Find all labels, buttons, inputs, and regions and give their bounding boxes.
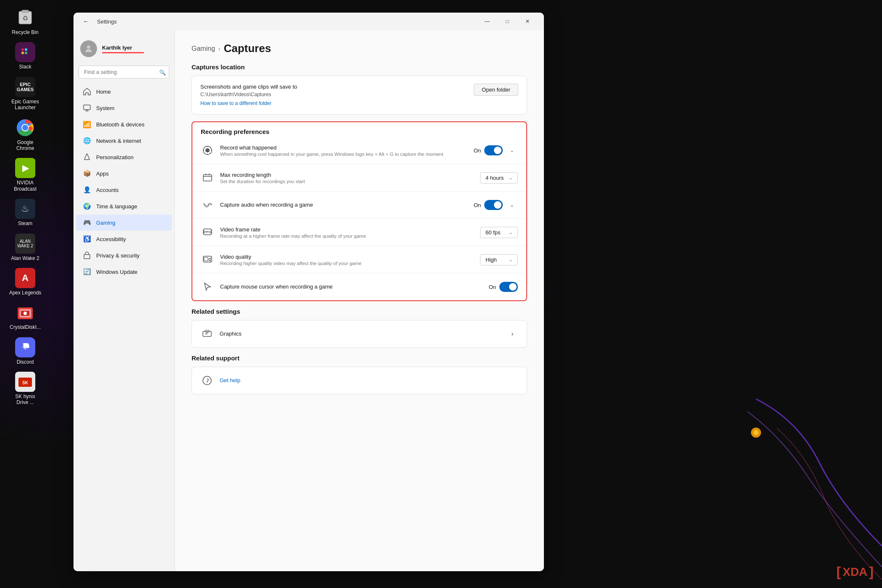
windows-update-icon: 🔄 [83, 268, 91, 276]
open-folder-button[interactable]: Open folder [474, 84, 518, 96]
time-icon: 🌍 [83, 202, 91, 210]
capture-audio-toggle-label: On [474, 202, 481, 208]
capture-audio-icon [201, 198, 214, 212]
recording-row-max-length: Max recording length Set the duration fo… [192, 164, 526, 192]
sidebar-item-gaming-label: Gaming [96, 220, 116, 226]
settings-body: Karthik Iyer 🔍 Home [74, 30, 544, 571]
svg-rect-27 [203, 230, 204, 231]
mouse-cursor-toggle[interactable] [499, 282, 518, 292]
capture-audio-toggle[interactable] [484, 200, 503, 210]
related-settings-graphics[interactable]: Graphics › [192, 320, 527, 347]
desktop-icon-slack[interactable]: Slack [2, 39, 48, 73]
sidebar-item-time[interactable]: 🌍 Time & language [76, 198, 172, 214]
video-quality-dropdown[interactable]: High ⌄ [480, 254, 518, 265]
svg-rect-24 [203, 175, 212, 181]
svg-rect-28 [211, 230, 212, 231]
steam-icon: ♨ [15, 199, 35, 219]
max-length-icon [201, 171, 214, 184]
svg-rect-21 [84, 255, 90, 259]
desktop-icon-discord[interactable]: Discord [2, 334, 48, 368]
desktop-icon-apex[interactable]: A Apex Legends [2, 265, 48, 299]
video-quality-value: High [486, 257, 497, 263]
crystaldisk-icon [15, 302, 35, 323]
discord-icon [15, 337, 35, 357]
graphics-label: Graphics [220, 331, 501, 337]
sidebar-item-apps[interactable]: 📦 Apps [76, 165, 172, 181]
related-settings-title: Related settings [192, 308, 527, 315]
max-length-dropdown[interactable]: 4 hours ⌄ [480, 172, 518, 184]
sidebar-item-windows-update[interactable]: 🔄 Windows Update [76, 264, 172, 280]
xda-logo: [ XDA ] [837, 564, 874, 580]
max-length-label: Max recording length [220, 172, 474, 178]
breadcrumb-separator: › [218, 45, 220, 52]
desktop-icon-skhynix[interactable]: SK SK hynix Drive ... [2, 368, 48, 409]
back-button[interactable]: ← [80, 16, 92, 27]
close-button[interactable]: ✕ [518, 15, 537, 28]
svg-point-12 [29, 126, 33, 131]
capture-audio-control: On ⌄ [474, 199, 518, 211]
window-title: Settings [97, 18, 117, 25]
record-happened-chevron[interactable]: ⌄ [506, 144, 518, 156]
captures-path-link[interactable]: How to save to a different folder [200, 100, 271, 106]
maximize-button[interactable]: □ [498, 15, 517, 28]
skhynix-icon: SK [15, 372, 35, 392]
svg-rect-7 [25, 48, 27, 51]
user-name: Karthik Iyer [102, 45, 168, 51]
desktop-icon-recycle-bin[interactable]: ♻ Recycle Bin [2, 4, 48, 39]
sidebar-item-system[interactable]: System [76, 100, 172, 116]
record-happened-icon [201, 144, 214, 157]
support-item-label: Get help [220, 377, 518, 383]
sidebar-item-bluetooth[interactable]: 📶 Bluetooth & devices [76, 116, 172, 132]
video-quality-icon [201, 253, 214, 266]
recording-row-frame-rate: FPS Video frame rate Recording at a high… [192, 219, 526, 246]
sidebar-item-accounts[interactable]: 👤 Accounts [76, 182, 172, 198]
frame-rate-dropdown[interactable]: 60 fps ⌄ [480, 227, 518, 238]
desktop-icon-chrome[interactable]: Google Chrome [2, 114, 48, 155]
search-input[interactable] [79, 66, 169, 79]
graphics-icon [200, 327, 214, 341]
svg-text:SK: SK [22, 381, 29, 385]
related-support-item[interactable]: Get help [192, 367, 527, 394]
svg-point-23 [205, 148, 210, 152]
sidebar-item-home-label: Home [96, 89, 111, 95]
record-happened-toggle[interactable] [484, 145, 503, 155]
max-length-arrow: ⌄ [509, 176, 512, 180]
recording-preferences-card: Recording preferences Record what happen… [192, 122, 526, 300]
sidebar-item-accounts-label: Accounts [96, 187, 118, 193]
frame-rate-label: Video frame rate [220, 226, 474, 233]
user-email-bar [102, 52, 144, 53]
sidebar-item-personalization-label: Personalization [96, 154, 134, 160]
capture-audio-chevron[interactable]: ⌄ [506, 199, 518, 211]
sidebar-item-network[interactable]: 🌐 Network & internet [76, 133, 172, 149]
sidebar-item-gaming[interactable]: 🎮 Gaming [76, 215, 172, 231]
nvidia-label: NVIDIA Broadcast [14, 180, 37, 192]
max-length-value: 4 hours [486, 175, 504, 181]
sidebar-item-home[interactable]: Home [76, 84, 172, 100]
desktop-icon-crystaldisk[interactable]: CrystalDiskI... [2, 299, 48, 333]
sidebar-item-privacy[interactable]: Privacy & security [76, 247, 172, 263]
chrome-label: Google Chrome [16, 139, 34, 152]
svg-rect-32 [204, 257, 208, 261]
svg-point-19 [87, 45, 90, 49]
desktop-icon-nvidia[interactable]: ▶ NVIDIA Broadcast [2, 155, 48, 195]
steam-label: Steam [18, 220, 33, 226]
sidebar-item-accessibility[interactable]: ♿ Accessibility [76, 231, 172, 247]
epic-games-icon: EPICGAMES [15, 77, 35, 97]
related-support-title: Related support [192, 354, 527, 362]
sidebar-item-personalization[interactable]: Personalization [76, 149, 172, 165]
chrome-icon [15, 118, 35, 138]
minimize-button[interactable]: — [478, 15, 497, 28]
frame-rate-icon: FPS [201, 226, 214, 239]
related-support-card: Get help [192, 367, 527, 394]
accounts-icon: 👤 [83, 186, 91, 194]
desktop-icon-steam[interactable]: ♨ Steam [2, 195, 48, 230]
title-bar: ← Settings — □ ✕ [74, 13, 544, 30]
recording-preferences-wrapper: Recording preferences Record what happen… [192, 121, 527, 301]
desktop-icon-alan-wake[interactable]: ALANWAKE 2 Alan Wake 2 [2, 230, 48, 265]
desktop-icon-epic[interactable]: EPICGAMES Epic Games Launcher [2, 74, 48, 114]
svg-rect-20 [84, 105, 90, 110]
video-quality-control: High ⌄ [480, 254, 518, 265]
svg-rect-30 [211, 232, 212, 234]
svg-point-16 [24, 312, 27, 315]
recording-row-video-quality: Video quality Recording higher quality v… [192, 246, 526, 273]
